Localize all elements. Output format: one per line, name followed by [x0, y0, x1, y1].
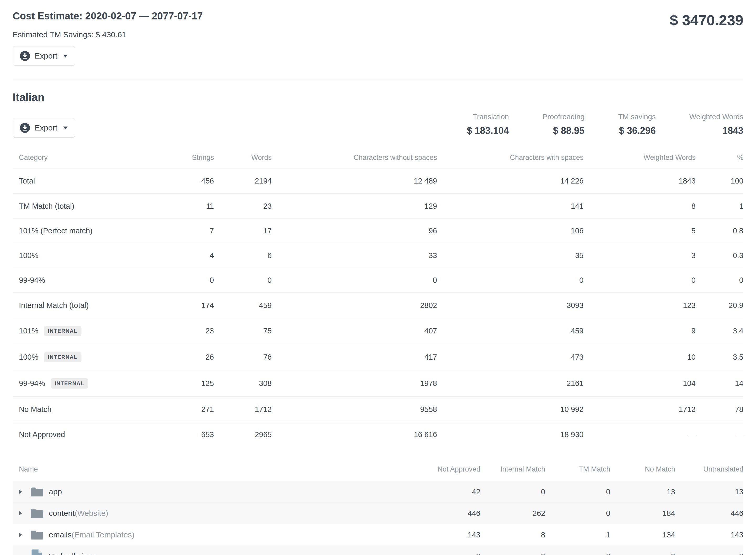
- strings-value: 7: [160, 219, 214, 243]
- stat-proofreading: Proofreading $ 88.95: [543, 113, 585, 136]
- strings-value: 11: [160, 194, 214, 219]
- stat-value: $ 88.95: [543, 125, 585, 136]
- percent-value: 0.3: [696, 243, 743, 268]
- weighted-words-value: 9: [583, 318, 696, 344]
- stat-label: Proofreading: [543, 113, 585, 121]
- internal-badge: INTERNAL: [44, 326, 81, 336]
- language-export-button[interactable]: Export: [13, 118, 75, 138]
- tm-match-value: 0: [545, 481, 610, 503]
- no-match-value: 134: [610, 524, 675, 546]
- chevron-down-icon: [63, 126, 68, 130]
- column-header-chars-with-spaces: Characters with spaces: [437, 148, 583, 169]
- file-name: emails: [49, 530, 72, 539]
- file-row-emails[interactable]: emails (Email Templates) 143 8 1 134 143: [13, 524, 743, 546]
- percent-value: 3.5: [696, 344, 743, 371]
- strings-value: 0: [160, 268, 214, 293]
- not-approved-value: 446: [415, 503, 480, 524]
- cost-summary-stats: Translation $ 183.104 Proofreading $ 88.…: [467, 113, 743, 138]
- chars-with-spaces-value: 106: [437, 219, 583, 243]
- chars-without-spaces-value: 0: [272, 268, 437, 293]
- chars-without-spaces-value: 129: [272, 194, 437, 219]
- tm-savings-line: Estimated TM Savings: $ 430.61: [13, 30, 203, 39]
- expand-caret-icon[interactable]: [19, 511, 22, 516]
- weighted-words-value: 3: [583, 243, 696, 268]
- stat-value: 1843: [689, 125, 743, 136]
- percent-value: 1: [696, 194, 743, 219]
- chars-without-spaces-value: 2802: [272, 293, 437, 318]
- file-name: content: [49, 509, 75, 518]
- percent-value: 78: [696, 397, 743, 422]
- internal-match-value: 0: [480, 481, 545, 503]
- category-label: 99-94%: [19, 379, 45, 387]
- chars-without-spaces-value: 9558: [272, 397, 437, 422]
- download-icon: [20, 123, 30, 133]
- file-name: Umbrella.json: [48, 552, 96, 555]
- stat-weighted-words: Weighted Words 1843: [689, 113, 743, 136]
- internal-match-value: 262: [480, 503, 545, 524]
- expand-caret-icon[interactable]: [19, 532, 22, 537]
- chars-without-spaces-value: 33: [272, 243, 437, 268]
- total-cost: $ 3470.239: [670, 11, 743, 29]
- column-header-tm-match: TM Match: [545, 460, 610, 481]
- words-value: 6: [214, 243, 272, 268]
- words-value: 2194: [214, 169, 272, 194]
- category-label: Total: [19, 177, 35, 185]
- words-value: 23: [214, 194, 272, 219]
- column-header-words: Words: [214, 148, 272, 169]
- strings-value: 4: [160, 243, 214, 268]
- percent-value: 20.9: [696, 293, 743, 318]
- chars-without-spaces-value: 16 616: [272, 422, 437, 447]
- strings-value: 26: [160, 344, 214, 371]
- words-value: 17: [214, 219, 272, 243]
- percent-value: 3.4: [696, 318, 743, 344]
- category-label: TM Match (total): [19, 202, 74, 210]
- chars-without-spaces-value: 96: [272, 219, 437, 243]
- file-row-app[interactable]: app 42 0 0 13 13: [13, 481, 743, 503]
- words-value: 459: [214, 293, 272, 318]
- cost-breakdown-table: Category Strings Words Characters withou…: [13, 148, 743, 447]
- no-match-value: 184: [610, 503, 675, 524]
- weighted-words-value: 104: [583, 371, 696, 397]
- chars-with-spaces-value: 0: [437, 268, 583, 293]
- percent-value: 0: [696, 268, 743, 293]
- words-value: 0: [214, 268, 272, 293]
- export-button-label: Export: [35, 123, 57, 132]
- chars-with-spaces-value: 10 992: [437, 397, 583, 422]
- file-table-header-row: Name Not Approved Internal Match TM Matc…: [13, 460, 743, 481]
- words-value: 76: [214, 344, 272, 371]
- internal-match-value: 9: [480, 546, 545, 555]
- table-row-total: Total 456 2194 12 489 14 226 1843 100: [13, 169, 743, 194]
- category-label: Not Approved: [19, 430, 65, 439]
- stat-value: $ 36.296: [618, 125, 656, 136]
- strings-value: 271: [160, 397, 214, 422]
- expand-caret-icon[interactable]: [19, 489, 22, 494]
- language-title: Italian: [13, 91, 743, 104]
- internal-match-value: 8: [480, 524, 545, 546]
- untranslated-value: 143: [675, 524, 743, 546]
- words-value: 2965: [214, 422, 272, 447]
- file-row-umbrella-json[interactable]: JSON Umbrella.json 9 9 0 0 9: [13, 546, 743, 555]
- chars-with-spaces-value: 35: [437, 243, 583, 268]
- weighted-words-value: 8: [583, 194, 696, 219]
- language-section: Italian Export Translation $ 183.104: [13, 91, 743, 555]
- export-button[interactable]: Export: [13, 46, 75, 66]
- table-row-internal-match: Internal Match (total) 174 459 2802 3093…: [13, 293, 743, 318]
- chars-with-spaces-value: 473: [437, 344, 583, 371]
- weighted-words-value: 1843: [583, 169, 696, 194]
- table-row-100: 100% 4 6 33 35 3 0.3: [13, 243, 743, 268]
- weighted-words-value: 5: [583, 219, 696, 243]
- percent-value: 100: [696, 169, 743, 194]
- tm-match-value: 0: [545, 546, 610, 555]
- column-header-category: Category: [13, 148, 160, 169]
- column-header-no-match: No Match: [610, 460, 675, 481]
- tm-match-value: 0: [545, 503, 610, 524]
- table-row-no-match: No Match 271 1712 9558 10 992 1712 78: [13, 397, 743, 422]
- percent-value: 0.8: [696, 219, 743, 243]
- weighted-words-value: 10: [583, 344, 696, 371]
- stat-value: $ 183.104: [467, 125, 509, 136]
- file-row-content[interactable]: content (Website) 446 262 0 184 446: [13, 503, 743, 524]
- strings-value: 653: [160, 422, 214, 447]
- category-label: 100%: [19, 353, 38, 361]
- stat-label: Weighted Words: [689, 113, 743, 121]
- column-header-internal-match: Internal Match: [480, 460, 545, 481]
